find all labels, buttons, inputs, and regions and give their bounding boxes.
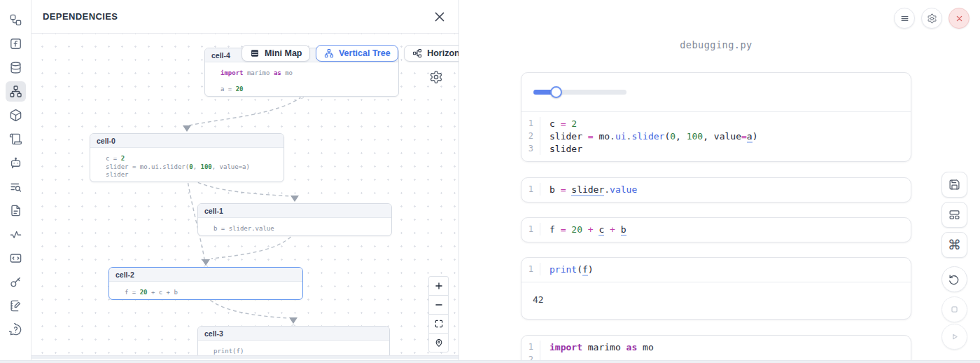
horizontal-tree-button[interactable]: Horizontal Tree [404,45,458,62]
stop-button[interactable] [941,296,967,322]
graph-view-toolbar: Mini Map Vertical Tree Horizontal Tree [241,45,458,62]
cell-output-area [522,73,911,112]
dependencies-panel: DEPENDENCIES [31,0,459,363]
slider-thumb[interactable] [550,86,562,98]
horizontal-tree-icon [412,48,422,58]
graph-node-title: cell-1 [198,204,391,218]
mini-map-icon [250,48,260,58]
graph-node-code: import marimo as mo a = 20 [205,62,398,96]
close-icon [432,9,447,25]
close-panel-button[interactable] [432,9,447,25]
notebook-menu-button[interactable] [894,8,915,29]
sidebar-item-scratchpad[interactable] [6,296,26,316]
sidebar-item-datasources[interactable] [6,57,26,78]
graph-bottom-strip [31,355,458,359]
code-editor[interactable]: 1f = 20 + c + b [522,218,911,242]
menu-icon [899,13,910,24]
file-tree-icon [9,13,22,27]
cell-console-output: 42 [522,282,911,319]
graph-node-code: b = slider.value [198,218,391,235]
scratchpad-icon [9,299,22,313]
graph-node[interactable]: cell-3 print(f) [197,326,390,359]
sidebar-item-secrets[interactable] [6,272,26,292]
slider-widget[interactable] [533,86,626,98]
logs-icon [9,132,22,146]
helper-panel-rail [0,0,31,363]
zoom-out-icon [434,300,444,310]
layout-button[interactable] [941,202,967,228]
run-button[interactable] [941,324,967,350]
fit-view-button[interactable] [428,314,449,334]
packages-icon [9,109,22,122]
notebook-cell: 1import marimo as mo2 [521,335,911,363]
zoom-in-button[interactable] [428,276,449,296]
sidebar-item-variables[interactable] [6,34,26,54]
shutdown-button[interactable] [948,8,969,29]
notebook-cell: 1print(f) 42 [521,257,911,320]
code-editor[interactable]: 1b = slider.value [522,178,911,202]
graph-settings-button[interactable] [429,70,443,84]
notebook-settings-button[interactable] [921,8,942,29]
stop-icon [948,303,960,315]
code-editor[interactable]: 1c = 22slider = mo.ui.slider(0, 100, val… [522,112,911,161]
graph-zoom-controls [428,276,449,352]
graph-node[interactable]: cell-1 b = slider.value [197,203,392,236]
graph-node-code: f = 20 + c + b [109,282,302,299]
dependencies-icon [9,85,22,98]
locate-button[interactable] [428,333,449,352]
sidebar-item-tracebacks[interactable] [6,224,26,245]
fit-view-icon [434,319,444,329]
slider-track[interactable] [533,90,626,95]
command-palette-button[interactable]: ⌘ [941,232,967,258]
snippets-icon [9,204,22,217]
sidebar-item-terminal[interactable] [6,248,26,268]
help-icon [9,323,22,336]
secrets-icon [9,275,22,289]
dependency-graph-canvas[interactable]: Mini Map Vertical Tree Horizontal Tree c… [31,34,458,359]
graph-node-title: cell-3 [198,327,389,341]
graph-node-title: cell-2 [109,268,302,282]
vertical-tree-button[interactable]: Vertical Tree [316,45,398,62]
gear-icon [927,13,937,24]
save-button[interactable] [941,172,967,198]
shutdown-icon [954,13,965,24]
graph-node-code: c = 2slider = mo.ui.slider(0, 100, value… [90,148,284,182]
undo-button[interactable] [941,266,967,292]
sidebar-item-dependencies[interactable] [6,81,26,102]
terminal-icon [9,252,22,265]
notebook-editor: debugging.py 1c = 22slider = mo.ui.slide… [459,0,980,363]
graph-node[interactable]: cell-0 c = 2slider = mo.ui.slider(0, 100… [90,133,284,182]
sidebar-item-snippets[interactable] [6,200,26,221]
tracebacks-icon [9,228,22,241]
datasources-icon [9,61,22,74]
locate-icon [434,338,444,348]
window-bottom-edge [0,360,980,363]
ai-chat-icon [9,156,22,170]
save-icon [948,179,960,191]
code-editor[interactable]: 1import marimo as mo2 [522,336,911,363]
notebook-filename[interactable]: debugging.py [521,39,911,50]
sidebar-item-outline-search[interactable] [6,177,26,197]
outline-search-icon [9,180,22,193]
undo-icon [948,273,960,285]
variables-icon [9,37,22,50]
mini-map-button[interactable]: Mini Map [241,45,310,62]
zoom-out-button[interactable] [428,295,449,315]
sidebar-item-packages[interactable] [6,105,26,125]
sidebar-item-ai-chat[interactable] [6,153,26,173]
sidebar-item-file-tree[interactable] [6,10,26,30]
sidebar-item-help[interactable] [6,320,26,340]
vertical-tree-icon [324,48,334,58]
gear-icon [429,70,443,84]
panel-header: DEPENDENCIES [31,0,458,34]
sidebar-item-logs[interactable] [6,129,26,149]
command-icon: ⌘ [948,238,961,252]
zoom-in-icon [434,281,444,291]
notebook-cell: 1c = 22slider = mo.ui.slider(0, 100, val… [521,72,911,162]
window-buttons [894,8,969,29]
run-icon [948,331,960,343]
graph-node-selected[interactable]: cell-2 f = 20 + c + b [108,267,303,300]
code-editor[interactable]: 1print(f) [522,258,911,282]
graph-node-title: cell-0 [90,134,284,148]
notebook-cell: 1b = slider.value [521,177,911,203]
